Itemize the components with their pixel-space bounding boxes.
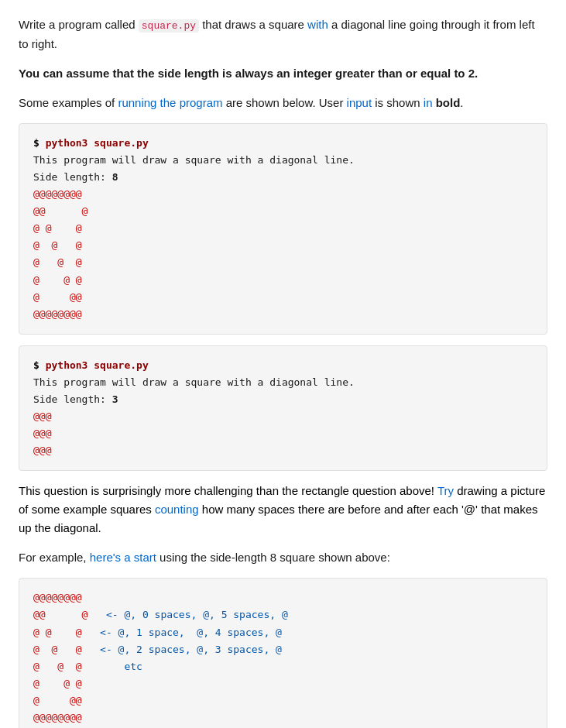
page-container: Write a program called square.py that dr…	[19, 15, 547, 728]
try-link[interactable]: Try	[437, 484, 454, 497]
code-block-1-content: $ python3 square.py This program will dr…	[33, 135, 533, 323]
code-block-3-content: @@@@@@@@ @@ @ <- @, 0 spaces, @, 5 space…	[33, 589, 533, 726]
square3-row1: @@@	[33, 410, 51, 422]
output-line2-1: Side length: 8	[33, 171, 118, 183]
output-line1-1: This program will draw a square with a d…	[33, 154, 355, 166]
example-row6: @ @ @	[33, 678, 82, 689]
square8-row4: @ @ @	[33, 239, 82, 251]
examples-intro-part3: is shown	[372, 96, 424, 109]
in-link[interactable]: in	[424, 96, 433, 109]
prompt-2: $	[33, 359, 46, 371]
output-line1-2: This program will draw a square with a d…	[33, 376, 355, 388]
square8-row7: @ @@	[33, 291, 82, 303]
examples-intro-part4: bold.	[433, 96, 464, 109]
example-row1: @@@@@@@@	[33, 592, 82, 603]
examples-intro-part1: Some examples of	[19, 96, 118, 109]
square8-row1: @@@@@@@@	[33, 188, 82, 200]
output-line2-2: Side length: 3	[33, 393, 118, 405]
square-py-code: square.py	[139, 19, 199, 33]
bold-label: bold	[436, 96, 461, 109]
example-row3: @ @ @ <- @, 1 space, @, 4 spaces, @	[33, 627, 282, 638]
examples-intro-paragraph: Some examples of running the program are…	[19, 94, 547, 112]
example-row2: @@ @ <- @, 0 spaces, @, 5 spaces, @	[33, 609, 288, 620]
prompt-1: $	[33, 137, 46, 149]
example-intro-part2: using the side-length 8 square shown abo…	[156, 551, 390, 564]
square8-row6: @ @ @	[33, 274, 82, 286]
square3-row2: @@@	[33, 428, 51, 439]
example-row4: @ @ @ <- @, 2 spaces, @, 3 spaces, @	[33, 644, 282, 655]
intro-paragraph: Write a program called square.py that dr…	[19, 15, 547, 53]
hint-part1: This question is surprisingly more chall…	[19, 484, 437, 497]
example-intro-part1: For example,	[19, 551, 90, 564]
intro-part2: that draws a square	[199, 18, 307, 31]
cmd-2: python3 square.py	[46, 359, 149, 371]
counting-link[interactable]: counting	[155, 503, 199, 516]
code-block-2: $ python3 square.py This program will dr…	[19, 345, 547, 472]
square8-row2: @@ @	[33, 205, 87, 217]
examples-intro-part2: are shown below. User	[223, 96, 347, 109]
example-intro-paragraph: For example, here's a start using the si…	[19, 548, 547, 567]
assumption-paragraph: You can assume that the side length is a…	[19, 64, 547, 83]
heres-a-start-link[interactable]: here's a start	[90, 551, 156, 564]
with-link[interactable]: with	[307, 18, 328, 31]
running-link[interactable]: running the program	[118, 96, 222, 109]
hint-paragraph: This question is surprisingly more chall…	[19, 482, 547, 537]
square8-row5: @ @ @	[33, 256, 82, 268]
square8-row8: @@@@@@@@	[33, 308, 82, 320]
input-link[interactable]: input	[347, 96, 372, 109]
example-row7: @ @@	[33, 695, 82, 706]
code-block-3: @@@@@@@@ @@ @ <- @, 0 spaces, @, 5 space…	[19, 578, 547, 728]
example-row8: @@@@@@@@	[33, 712, 82, 723]
code-block-2-content: $ python3 square.py This program will dr…	[33, 357, 533, 460]
square8-row3: @ @ @	[33, 222, 82, 234]
square3-row3: @@@	[33, 445, 51, 456]
cmd-1: python3 square.py	[46, 137, 149, 149]
intro-part1: Write a program called	[19, 18, 139, 31]
example-row5: @ @ @ etc	[33, 661, 142, 672]
code-block-1: $ python3 square.py This program will dr…	[19, 123, 547, 335]
